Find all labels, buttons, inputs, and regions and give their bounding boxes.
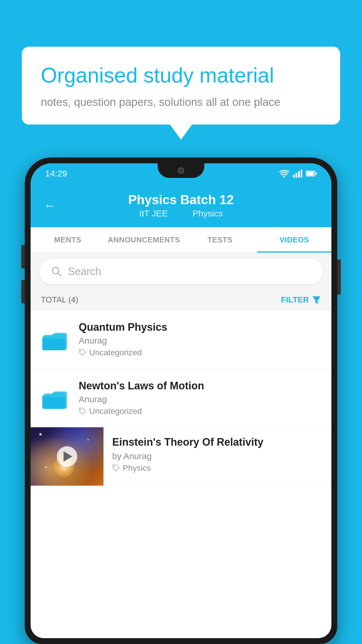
phone-mockup: 14:29 — [25, 158, 337, 644]
tag-icon — [79, 407, 86, 415]
phone-screen: 14:29 — [31, 163, 331, 638]
battery-icon — [306, 170, 317, 177]
search-icon — [51, 266, 62, 277]
search-bar[interactable]: Search — [39, 259, 323, 284]
svg-rect-2 — [296, 173, 297, 178]
power-button — [337, 260, 341, 295]
video-list: Quantum Physics Anurag Uncategorized — [31, 310, 331, 486]
volume-down-button — [21, 280, 25, 303]
tab-ments[interactable]: MENTS — [31, 227, 105, 253]
header-title: Physics Batch 12 — [128, 192, 234, 207]
play-icon — [64, 451, 72, 462]
search-placeholder: Search — [68, 265, 101, 278]
video-tag-label: Physics — [123, 463, 151, 473]
speech-bubble: Organised study material notes, question… — [22, 47, 340, 125]
status-icons — [279, 169, 317, 178]
filter-label: FILTER — [281, 295, 309, 304]
list-item[interactable]: Newton's Laws of Motion Anurag Uncategor… — [31, 369, 331, 427]
volume-up-button — [21, 245, 25, 268]
camera — [178, 167, 184, 174]
video-author: by Anurag — [112, 451, 323, 461]
svg-marker-10 — [312, 296, 321, 304]
tag-icon — [79, 349, 86, 356]
wifi-icon — [279, 169, 289, 178]
list-item[interactable]: Einstein's Theory Of Relativity by Anura… — [31, 427, 331, 486]
svg-rect-3 — [298, 171, 300, 178]
svg-rect-1 — [293, 175, 295, 178]
tabs-bar: MENTS ANNOUNCEMENTS TESTS VIDEOS — [31, 227, 331, 253]
search-container: Search — [31, 253, 331, 290]
svg-rect-4 — [301, 169, 302, 178]
tab-announcements[interactable]: ANNOUNCEMENTS — [105, 227, 183, 253]
total-count: TOTAL (4) — [41, 295, 78, 304]
item-thumbnail-einstein — [31, 427, 103, 486]
speech-bubble-container: Organised study material notes, question… — [22, 47, 340, 125]
svg-rect-7 — [315, 172, 317, 175]
video-title: Newton's Laws of Motion — [79, 380, 321, 392]
tab-tests[interactable]: TESTS — [183, 227, 257, 253]
header-subtitle-separator — [179, 209, 184, 218]
list-item[interactable]: Quantum Physics Anurag Uncategorized — [31, 310, 331, 369]
phone-notch — [158, 163, 204, 178]
video-tag: Uncategorized — [79, 407, 321, 416]
back-button[interactable]: ← — [44, 199, 56, 213]
video-author: Anurag — [79, 394, 321, 404]
signal-icon — [293, 169, 302, 178]
svg-line-9 — [58, 273, 61, 276]
video-title: Einstein's Theory Of Relativity — [112, 436, 323, 448]
filter-icon — [312, 295, 321, 304]
status-time: 14:29 — [45, 169, 67, 178]
video-info-quantum: Quantum Physics Anurag Uncategorized — [79, 321, 321, 357]
video-title: Quantum Physics — [79, 321, 321, 333]
tab-videos[interactable]: VIDEOS — [257, 227, 331, 253]
filter-button[interactable]: FILTER — [281, 295, 321, 304]
header-subtitle-physics: Physics — [193, 209, 223, 218]
filter-row: TOTAL (4) FILTER — [31, 290, 331, 310]
bubble-subtitle: notes, question papers, solutions all at… — [41, 96, 321, 108]
video-tag-label: Uncategorized — [89, 407, 142, 416]
video-tag: Physics — [112, 463, 323, 473]
play-button[interactable] — [57, 446, 77, 467]
app-header: ← Physics Batch 12 IIT JEE Physics — [31, 184, 331, 227]
video-info-einstein: Einstein's Theory Of Relativity by Anura… — [103, 427, 331, 482]
svg-point-17 — [114, 466, 115, 467]
svg-point-16 — [80, 409, 81, 410]
header-subtitle-iitjee: IIT JEE — [139, 209, 168, 218]
status-bar: 14:29 — [31, 163, 331, 184]
header-subtitle: IIT JEE Physics — [135, 209, 227, 218]
video-tag-label: Uncategorized — [89, 348, 142, 357]
folder-icon — [42, 328, 68, 351]
svg-rect-6 — [306, 172, 314, 176]
video-info-newton: Newton's Laws of Motion Anurag Uncategor… — [79, 380, 321, 416]
tag-icon — [112, 464, 120, 472]
video-tag: Uncategorized — [79, 348, 321, 357]
video-author: Anurag — [79, 336, 321, 346]
bubble-title: Organised study material — [41, 63, 321, 88]
svg-point-0 — [283, 176, 285, 177]
item-thumbnail-newton — [41, 386, 70, 410]
svg-point-13 — [80, 350, 81, 351]
folder-icon — [42, 386, 68, 410]
item-thumbnail-quantum — [41, 328, 70, 351]
